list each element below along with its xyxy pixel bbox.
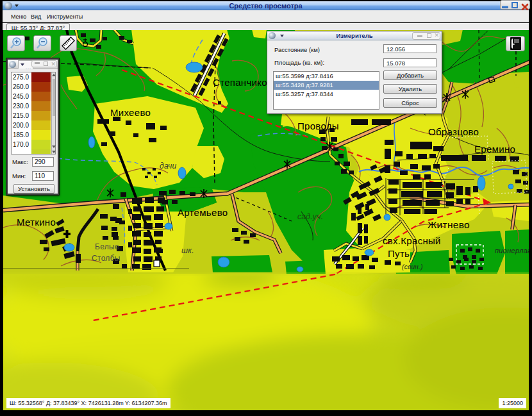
svg-text:Еремино: Еремино	[474, 144, 515, 154]
svg-text:пионерлаг: пионерлаг	[495, 247, 529, 254]
svg-text:дачи: дачи	[160, 162, 177, 171]
svg-text:Артемьево: Артемьево	[178, 207, 228, 218]
svg-text:Меткино: Меткино	[17, 217, 56, 228]
svg-text:Путь: Путь	[388, 248, 410, 259]
svg-text:(свин.): (свин.)	[402, 263, 423, 270]
svg-text:сад.уч.: сад.уч.	[297, 212, 323, 221]
svg-text:Михеево: Михеево	[110, 107, 151, 118]
svg-text:Житнево: Житнево	[428, 219, 470, 230]
svg-text:Проводы: Проводы	[297, 121, 339, 131]
svg-text:Образцово: Образцово	[428, 126, 479, 137]
svg-text:свх.Красный: свх.Красный	[383, 235, 441, 246]
svg-text:Белые: Белые	[95, 242, 119, 251]
svg-text:Столбы: Столбы	[92, 254, 121, 263]
svg-text:шк.: шк.	[181, 246, 194, 255]
